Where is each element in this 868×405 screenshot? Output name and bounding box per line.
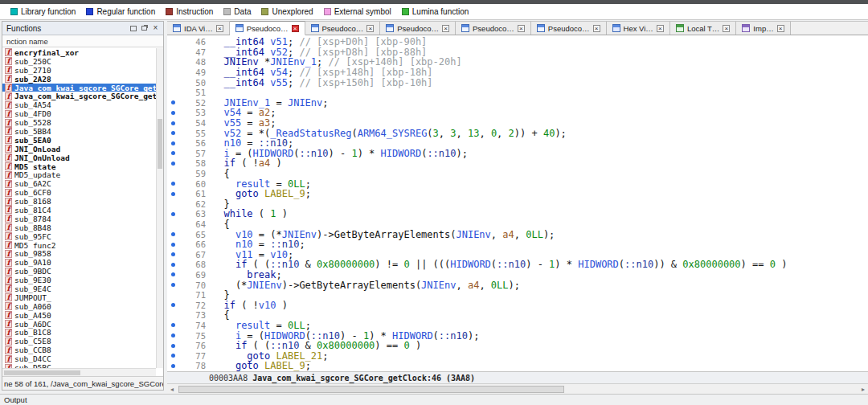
tab-local-types[interactable]: Local T…× xyxy=(670,21,736,35)
function-list-item[interactable]: fencryfinal_xor xyxy=(2,48,156,57)
code-line[interactable]: 51 xyxy=(167,88,868,98)
tab-pseudocode-1[interactable]: Pseudoco…× xyxy=(230,21,305,35)
code-line[interactable]: 64 { xyxy=(167,219,868,230)
function-list-item[interactable]: fsub_A6DC xyxy=(2,320,156,329)
function-list-item[interactable]: fMD5_update xyxy=(2,170,156,179)
code-line[interactable]: 48 JNIEnv *JNIEnv_1; // [xsp+140h] [xbp-… xyxy=(167,57,868,68)
code-line[interactable]: 61 goto LABEL_9; xyxy=(167,189,868,199)
code-line[interactable]: 47 __int64 v52; // [xsp+D8h] [xbp-88h] xyxy=(167,47,868,58)
code-line[interactable]: 73 { xyxy=(167,310,868,321)
function-list-item[interactable]: fMD5_state xyxy=(2,162,156,171)
code-line[interactable]: 72 if ( !v10 ) xyxy=(167,300,868,310)
scroll-left-icon[interactable]: ◂ xyxy=(167,386,177,393)
function-list-item[interactable]: fsub_9E4C xyxy=(2,284,156,293)
function-list-item[interactable]: fJUMPOUT_ xyxy=(2,293,156,302)
tab-close-icon[interactable]: × xyxy=(518,25,525,32)
code-line[interactable]: 50 __int64 v55; // [xsp+150h] [xbp-10h] xyxy=(167,77,868,88)
output-dock-bar[interactable]: Output xyxy=(0,394,868,405)
code-line[interactable]: 63 while ( 1 ) xyxy=(167,209,868,219)
code-line[interactable]: 57 i = (HIDWORD(::n10) - 1) * HIDWORD(::… xyxy=(167,149,868,159)
function-list-item[interactable]: fsub_250C xyxy=(2,57,156,66)
code-line[interactable]: 58 if ( !a4 ) xyxy=(167,158,868,169)
code-line[interactable]: 59 { xyxy=(167,169,868,179)
code-line[interactable]: 55 v52 = *(_ReadStatusReg(ARM64_SYSREG(3… xyxy=(167,128,868,138)
tab-close-icon[interactable]: × xyxy=(442,25,449,32)
function-list-item[interactable]: fsub_9A10 xyxy=(2,258,156,267)
function-list-item[interactable]: fsub_6A2C xyxy=(2,179,156,188)
code-line[interactable]: 54 v55 = a3; xyxy=(167,118,868,129)
code-line[interactable]: 74 result = 0LL; xyxy=(167,321,868,331)
code-line[interactable]: 78 goto LABEL_9; xyxy=(167,361,868,371)
code-line[interactable]: 49 __int64 v54; // [xsp+148h] [xbp-18h] xyxy=(167,68,868,78)
code-line[interactable]: 66 n10 = ::n10; xyxy=(167,239,868,250)
scrollbar-thumb[interactable] xyxy=(178,386,564,393)
function-list-item[interactable]: fsub_B1C8 xyxy=(2,329,156,338)
function-list-item[interactable]: fsub_6CF0 xyxy=(2,188,156,197)
function-list-item[interactable]: fMD5_func2 xyxy=(2,241,156,250)
function-list-item[interactable]: fJNI_OnLoad xyxy=(2,145,156,153)
function-list-item[interactable]: fsub_A060 xyxy=(2,302,156,311)
function-list-item[interactable]: fsub_C5E8 xyxy=(2,337,156,346)
tab-close-icon[interactable]: × xyxy=(216,25,223,32)
tab-ida-view[interactable]: IDA Vi…× xyxy=(167,21,230,35)
tab-close-icon[interactable]: × xyxy=(366,25,374,32)
function-list-item[interactable]: fsub_8B48 xyxy=(2,223,156,232)
function-list-item[interactable]: fsub_4FD0 xyxy=(2,109,156,118)
code-line[interactable]: 75 i = (HIDWORD(::n10) - 1) * HIDWORD(::… xyxy=(167,330,868,341)
function-name-column-header[interactable]: nction name xyxy=(2,35,163,47)
code-line[interactable]: 56 n10 = ::n10; xyxy=(167,138,868,149)
function-list-item[interactable]: fsub_5528 xyxy=(2,118,156,127)
function-list-item[interactable]: fJava_com_kwai_sgcore_SGCore_getM xyxy=(2,92,156,100)
function-list-item[interactable]: fsub_2710 xyxy=(2,66,156,75)
functions-horizontal-scrollbar[interactable] xyxy=(2,368,156,376)
tab-pseudocode-4[interactable]: Pseudoco…× xyxy=(456,21,531,35)
function-list-item[interactable]: fsub_81C4 xyxy=(2,206,156,215)
tab-close-icon[interactable]: × xyxy=(657,25,664,32)
function-list-item[interactable]: fsub_CCB8 xyxy=(2,346,156,354)
pseudocode-horizontal-scrollbar[interactable]: ◂ ▸ xyxy=(167,383,868,394)
functions-vertical-scrollbar[interactable] xyxy=(156,48,163,368)
code-line[interactable]: 77 goto LABEL_21; xyxy=(167,350,868,361)
panel-maximize-button[interactable] xyxy=(129,24,137,33)
tab-pseudocode-5[interactable]: Pseudoco…× xyxy=(531,21,607,35)
function-list-item[interactable]: fJava_com_kwai_sgcore_SGCore_getC xyxy=(2,84,156,92)
tab-close-icon[interactable]: × xyxy=(723,25,730,32)
code-line[interactable]: 67 v11 = v10; xyxy=(167,249,868,260)
code-line[interactable]: 46 __int64 v51; // [xsp+D0h] [xbp-90h] xyxy=(167,37,868,47)
code-line[interactable]: 70 (*JNIEnv)->GetByteArrayElements(JNIEn… xyxy=(167,280,868,290)
function-list-item[interactable]: fsub_A450 xyxy=(2,311,156,320)
code-line[interactable]: 69 break; xyxy=(167,270,868,280)
functions-panel-titlebar[interactable]: Functions × xyxy=(2,22,163,35)
tab-pseudocode-3[interactable]: Pseudoco…× xyxy=(380,21,456,35)
code-line[interactable]: 53 v54 = a2; xyxy=(167,108,868,118)
function-list-item[interactable]: fsub_D4CC xyxy=(2,354,156,363)
code-line[interactable]: 71 } xyxy=(167,290,868,301)
panel-close-button[interactable]: × xyxy=(151,24,160,33)
code-line[interactable]: 68 if ( (::n10 & 0x80000000) != 0 || (((… xyxy=(167,260,868,270)
tab-close-icon[interactable]: × xyxy=(777,25,784,32)
code-line[interactable]: 65 v10 = (*JNIEnv)->GetByteArrayElements… xyxy=(167,229,868,239)
code-line[interactable]: 76 if ( (::n10 & 0x80000000) == 0 ) xyxy=(167,341,868,351)
tab-close-icon[interactable]: × xyxy=(593,25,600,32)
code-line[interactable]: 62 } xyxy=(167,199,868,210)
function-list-item[interactable]: fsub_5EA0 xyxy=(2,136,156,145)
panel-float-button[interactable] xyxy=(140,24,149,33)
tab-pseudocode-2[interactable]: Pseudoco…× xyxy=(305,21,381,35)
scroll-right-icon[interactable]: ▸ xyxy=(858,386,868,393)
function-list-item[interactable]: fsub_4A54 xyxy=(2,100,156,109)
scrollbar-thumb[interactable] xyxy=(4,370,80,375)
scrollbar-thumb[interactable] xyxy=(158,119,162,169)
pseudocode-view[interactable]: 46 __int64 v51; // [xsp+D0h] [xbp-90h]47… xyxy=(167,35,868,371)
function-list-item[interactable]: fsub_8784 xyxy=(2,215,156,223)
code-line[interactable]: 60 result = 0LL; xyxy=(167,178,868,189)
function-list-item[interactable]: fsub_9BDC xyxy=(2,267,156,276)
tab-hex-view[interactable]: Hex Vi…× xyxy=(607,21,670,35)
tab-close-icon[interactable]: × xyxy=(292,25,299,32)
tab-imports[interactable]: Imp…× xyxy=(736,21,790,35)
function-list-item[interactable]: fsub_95FC xyxy=(2,232,156,241)
code-line[interactable]: 52 JNIEnv_1 = JNIEnv; xyxy=(167,98,868,108)
function-list-item[interactable]: fsub_9E30 xyxy=(2,276,156,284)
function-list-item[interactable]: fJNI_OnUnload xyxy=(2,153,156,162)
function-list-item[interactable]: fsub_2A28 xyxy=(2,75,156,84)
function-list-item[interactable]: fsub_9858 xyxy=(2,249,156,258)
